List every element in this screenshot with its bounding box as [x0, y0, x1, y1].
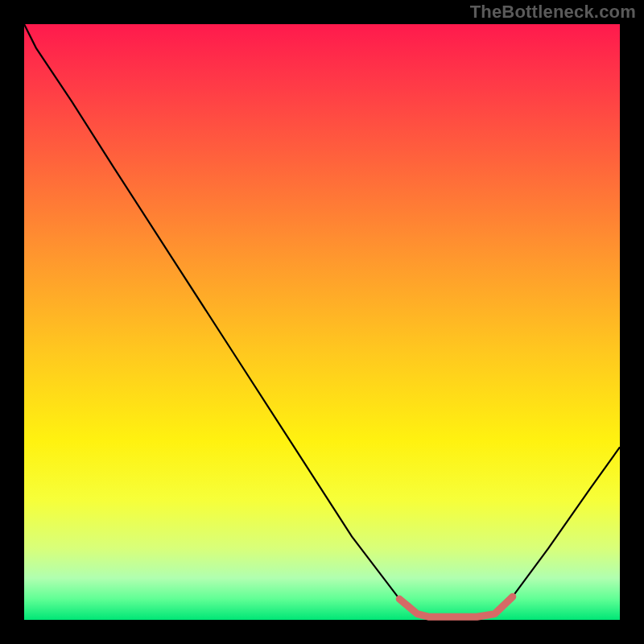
chart-container: TheBottleneck.com	[0, 0, 644, 644]
bottleneck-chart	[0, 0, 644, 644]
gradient-background	[24, 24, 620, 620]
watermark-label: TheBottleneck.com	[470, 2, 636, 23]
